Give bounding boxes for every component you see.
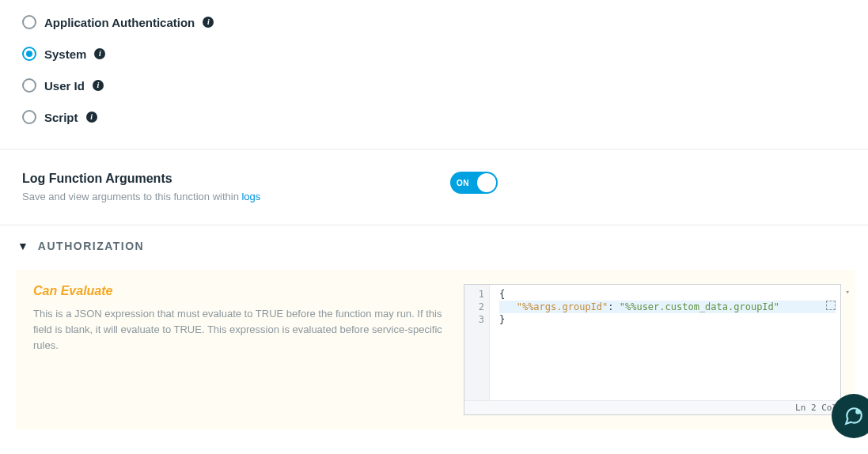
can-evaluate-editor[interactable]: 1 2 3 ▾ { "%%args.groupId": "%%user.cust… [464,284,841,415]
radio-app-auth[interactable]: Application Authentication i [22,6,868,38]
radio-label: Application Authentication [44,16,195,29]
can-evaluate-title: Can Evaluate [33,284,445,298]
editor-gutter: 1 2 3 ▾ [464,285,490,400]
cursor-position: Ln 2 Col [795,403,837,413]
radio-label: System [44,47,86,61]
chat-fab[interactable] [832,394,868,438]
radio-indicator [22,15,36,29]
can-evaluate-text: Can Evaluate This is a JSON expression t… [33,284,445,415]
editor-status-bar: Ln 2 Col [464,400,840,414]
radio-indicator [22,47,36,61]
chat-icon [843,406,864,426]
toggle-knob [477,173,496,192]
desc-prefix: Save and view arguments to this function… [22,191,241,202]
info-icon[interactable]: i [86,112,97,123]
radio-system[interactable]: System i [22,38,868,70]
logs-link[interactable]: logs [241,191,260,202]
gutter-line: 1 [464,288,484,301]
info-icon[interactable]: i [94,48,105,59]
radio-indicator [22,78,36,93]
log-function-arguments-setting: Log Function Arguments Save and view arg… [0,149,868,225]
gutter-line: 2 [464,301,484,313]
authorization-section-header[interactable]: ▼ AUTHORIZATION [0,225,868,262]
bracket-match-icon [826,301,836,310]
chevron-down-icon: ▼ [17,240,28,252]
authorization-panel: Can Evaluate This is a JSON expression t… [16,270,855,429]
radio-user-id[interactable]: User Id i [22,70,868,101]
editor-body: 1 2 3 ▾ { "%%args.groupId": "%%user.cust… [464,285,840,400]
code-line: } [499,313,836,326]
info-icon[interactable]: i [93,80,104,91]
log-args-toggle[interactable]: ON [450,172,498,194]
code-line: "%%args.groupId": "%%user.custom_data.gr… [499,301,836,313]
toggle-on-label: ON [457,179,469,187]
info-icon[interactable]: i [203,17,214,28]
setting-description: Save and view arguments to this function… [22,191,260,202]
radio-indicator [22,110,36,124]
setting-title: Log Function Arguments [22,172,260,186]
editor-code[interactable]: { "%%args.groupId": "%%user.custom_data.… [490,285,840,400]
radio-label: Script [44,111,78,124]
radio-label: User Id [44,79,85,93]
can-evaluate-desc: This is a JSON expression that must eval… [33,306,445,354]
auth-mode-radio-group: Application Authentication i System i Us… [0,0,868,149]
radio-script[interactable]: Script i [22,101,868,133]
gutter-line: 3 [464,313,484,326]
svg-point-0 [855,409,861,414]
setting-text: Log Function Arguments Save and view arg… [22,172,260,202]
code-line: { [499,288,836,301]
section-header-label: AUTHORIZATION [38,240,144,252]
